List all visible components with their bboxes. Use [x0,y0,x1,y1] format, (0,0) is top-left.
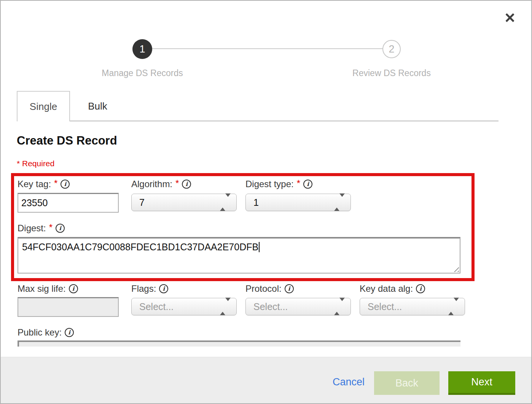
info-icon[interactable]: i [56,224,65,233]
digest-label: Digest: * i [18,223,65,234]
key-tag-label: Key tag: * i [18,179,70,189]
digest-type-select-value: 1 [253,197,259,208]
public-key-textarea[interactable] [18,340,460,347]
algorithm-label: Algorithm: * i [131,179,191,189]
digest-value: 54FCF030AA1C79C0088FDEC1BD1C37DAA2E70DFB [22,242,258,252]
info-icon[interactable]: i [303,180,312,189]
flags-select-placeholder: Select... [139,301,174,312]
flags-label: Flags: i [131,283,168,294]
info-icon[interactable]: i [285,284,294,293]
close-icon[interactable] [505,12,515,23]
step-2-number: 2 [389,43,394,55]
info-icon[interactable]: i [65,328,74,337]
tab-bulk-label: Bulk [88,100,107,112]
required-asterisk: * [175,178,179,189]
key-tag-input[interactable] [18,193,119,213]
key-data-alg-select[interactable]: Select... [360,298,465,315]
step-1-circle: 1 [132,39,152,59]
back-button-label: Back [395,377,418,389]
digest-type-label: Digest type: * i [245,179,312,189]
tab-bulk[interactable]: Bulk [70,91,125,121]
modal-footer: Cancel Back Next [1,357,531,403]
protocol-select[interactable]: Select... [245,298,351,315]
protocol-label: Protocol: i [245,283,294,294]
digest-type-select[interactable]: 1 [245,194,351,211]
flags-select[interactable]: Select... [131,298,237,315]
create-ds-record-modal: 1 2 Manage DS Records Review DS Records … [0,0,532,404]
spinner-arrows-icon [334,197,345,208]
spinner-arrows-icon [220,301,231,312]
required-asterisk: * [297,178,300,189]
spinner-arrows-icon [334,301,345,312]
required-asterisk: * [54,178,57,189]
info-icon[interactable]: i [182,180,191,189]
key-data-alg-label: Key data alg: i [360,283,425,294]
page-title: Create DS Record [17,134,117,148]
required-note: * Required [17,159,54,168]
public-key-label: Public key: i [18,327,74,338]
spinner-arrows-icon [448,301,459,312]
key-data-alg-select-placeholder: Select... [368,301,402,312]
next-button-label: Next [471,376,492,388]
next-button[interactable]: Next [448,371,515,395]
tab-single-label: Single [30,101,57,113]
max-sig-life-label: Max sig life: i [18,283,78,294]
info-icon[interactable]: i [61,180,70,189]
spinner-arrows-icon [220,197,231,208]
algorithm-select-value: 7 [139,197,145,208]
cancel-link[interactable]: Cancel [333,376,365,388]
algorithm-select[interactable]: 7 [131,194,237,211]
info-icon[interactable]: i [416,284,425,293]
step-1-number: 1 [139,43,145,55]
text-cursor [259,242,260,252]
info-icon[interactable]: i [159,284,168,293]
required-asterisk: * [49,222,53,233]
protocol-select-placeholder: Select... [253,301,288,312]
info-icon[interactable]: i [69,284,78,293]
resize-grip-icon[interactable] [453,266,459,272]
step-1-label: Manage DS Records [66,68,218,78]
step-2-circle: 2 [382,40,401,58]
digest-textarea[interactable]: 54FCF030AA1C79C0088FDEC1BD1C37DAA2E70DFB [18,237,460,274]
stepper-connector-line [151,48,383,49]
back-button[interactable]: Back [374,371,440,395]
step-2-label: Review DS Records [315,68,468,78]
max-sig-life-input[interactable] [18,297,119,317]
tab-single[interactable]: Single [17,91,70,121]
